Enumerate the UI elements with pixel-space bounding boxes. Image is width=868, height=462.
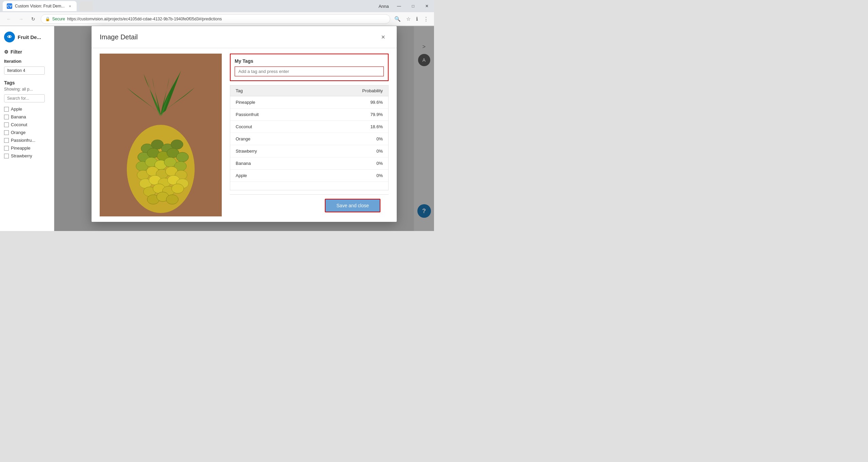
pineapple-checkbox[interactable] (4, 146, 9, 151)
info-icon[interactable]: ℹ (415, 15, 419, 23)
tab-favicon: CV (7, 3, 12, 9)
dialog-overlay: Image Detail × (54, 26, 434, 231)
filter-icon: ⚙ (4, 49, 8, 55)
save-close-button[interactable]: Save and close (325, 199, 380, 212)
iteration-label: Iteration (4, 59, 50, 64)
browser-chrome: CV Custom Vision: Fruit Dem... × Anna — … (0, 0, 434, 26)
col-tag-header: Tag (236, 88, 362, 93)
filter-label: Filter (11, 49, 22, 55)
my-tags-section: My Tags (230, 54, 389, 81)
strawberry-checkbox[interactable] (4, 154, 9, 158)
star-icon[interactable]: ☆ (405, 15, 412, 23)
sidebar-tag-apple[interactable]: Apple (4, 107, 50, 112)
predictions-section: Tag Probability Pineapple 99.6% Passionf… (230, 85, 389, 190)
menu-icon[interactable]: ⋮ (422, 15, 430, 23)
strawberry-label: Strawberry (11, 153, 32, 158)
passionfruit-checkbox[interactable] (4, 138, 9, 143)
dialog-header: Image Detail × (92, 26, 397, 48)
tab-close-button[interactable]: × (67, 3, 73, 9)
orange-checkbox[interactable] (4, 130, 9, 135)
dialog-footer: Save and close (230, 194, 389, 216)
banana-label: Banana (11, 114, 26, 119)
background-area: Image Detail × (54, 26, 434, 231)
pineapple-label: Pineapple (11, 146, 31, 151)
pred-tag-banana: Banana (236, 161, 376, 166)
sidebar-tag-coconut[interactable]: Coconut (4, 122, 50, 127)
user-name: Anna (378, 4, 389, 9)
apple-label: Apple (11, 107, 22, 112)
svg-point-5 (171, 140, 183, 149)
sidebar: 👁 Fruit De... ⚙ Filter Iteration Iterati… (0, 26, 54, 231)
pred-tag-coconut: Coconut (236, 124, 370, 129)
lock-icon: 🔒 (45, 17, 50, 21)
svg-point-29 (172, 184, 184, 193)
coconut-checkbox[interactable] (4, 122, 9, 127)
apple-checkbox[interactable] (4, 107, 9, 112)
refresh-button[interactable]: ↻ (28, 14, 38, 24)
svg-point-10 (176, 152, 189, 162)
image-area (100, 54, 222, 216)
logo-text: Fruit De... (18, 34, 41, 40)
prediction-row-coconut: Coconut 18.6% (230, 121, 388, 133)
image-detail-dialog: Image Detail × (92, 26, 397, 222)
predictions-header: Tag Probability (230, 85, 388, 96)
toolbar-icons: 🔍 ☆ ℹ ⋮ (393, 15, 430, 23)
pineapple-image (100, 54, 222, 216)
minimize-button[interactable]: — (394, 3, 404, 9)
pred-tag-passionfruit: Passionfruit (236, 112, 370, 117)
tags-header: Tags (4, 80, 50, 85)
pred-prob-passionfruit: 79.9% (370, 112, 383, 117)
passionfruit-label: Passionfru... (11, 138, 35, 143)
maximize-button[interactable]: □ (409, 3, 417, 9)
filter-section: ⚙ Filter Iteration Iteration 4 Tags Show… (4, 49, 50, 158)
dialog-body: My Tags Tag Probability Pineapple (92, 48, 397, 222)
sidebar-tag-pineapple[interactable]: Pineapple (4, 146, 50, 151)
iteration-value: Iteration 4 (7, 68, 25, 73)
banana-checkbox[interactable] (4, 115, 9, 119)
sidebar-tag-passionfruit[interactable]: Passionfru... (4, 138, 50, 143)
right-panel: My Tags Tag Probability Pineapple (230, 54, 389, 216)
tag-input[interactable] (235, 66, 384, 76)
logo-icon: 👁 (4, 32, 15, 42)
svg-point-32 (166, 195, 178, 204)
pred-prob-apple: 0% (376, 173, 383, 178)
tag-search-input[interactable] (4, 94, 45, 102)
new-tab-area[interactable] (79, 1, 93, 11)
sidebar-tag-banana[interactable]: Banana (4, 114, 50, 119)
orange-label: Orange (11, 130, 25, 135)
pred-tag-pineapple: Pineapple (236, 100, 370, 105)
prediction-row-strawberry: Strawberry 0% (230, 145, 388, 157)
prediction-row-passionfruit: Passionfruit 79.9% (230, 109, 388, 121)
pred-prob-coconut: 18.6% (370, 124, 383, 129)
back-button[interactable]: ← (4, 14, 14, 24)
my-tags-label: My Tags (235, 58, 384, 64)
dialog-close-button[interactable]: × (378, 32, 389, 42)
prediction-row-pineapple: Pineapple 99.6% (230, 96, 388, 109)
tags-showing: Showing: all p... (4, 87, 50, 92)
prediction-row-orange: Orange 0% (230, 133, 388, 145)
sidebar-logo: 👁 Fruit De... (4, 32, 50, 42)
address-bar[interactable]: 🔒 Secure https://customvision.ai/project… (41, 14, 390, 24)
pred-prob-pineapple: 99.6% (370, 100, 383, 105)
sidebar-tag-orange[interactable]: Orange (4, 130, 50, 135)
secure-label: Secure (52, 17, 65, 21)
pred-tag-strawberry: Strawberry (236, 149, 376, 154)
search-icon[interactable]: 🔍 (393, 15, 402, 23)
close-button[interactable]: ✕ (422, 3, 431, 9)
col-probability-header: Probability (362, 88, 383, 93)
pred-prob-banana: 0% (376, 161, 383, 166)
forward-button[interactable]: → (16, 14, 26, 24)
url-text: https://customvision.ai/projects/ec4105d… (67, 17, 222, 21)
pred-prob-strawberry: 0% (376, 149, 383, 154)
tags-list: Apple Banana Coconut Orange Passionfru..… (4, 107, 50, 158)
pred-tag-apple: Apple (236, 173, 376, 178)
dialog-title: Image Detail (100, 33, 138, 41)
browser-tab[interactable]: CV Custom Vision: Fruit Dem... × (3, 1, 77, 11)
predictions-list: Pineapple 99.6% Passionfruit 79.9% Cocon… (230, 96, 388, 190)
window-controls: Anna — □ ✕ (378, 3, 431, 9)
iteration-dropdown[interactable]: Iteration 4 (4, 66, 45, 75)
browser-titlebar: CV Custom Vision: Fruit Dem... × Anna — … (0, 0, 434, 12)
pred-tag-orange: Orange (236, 136, 376, 141)
filter-header: ⚙ Filter (4, 49, 50, 55)
sidebar-tag-strawberry[interactable]: Strawberry (4, 153, 50, 158)
